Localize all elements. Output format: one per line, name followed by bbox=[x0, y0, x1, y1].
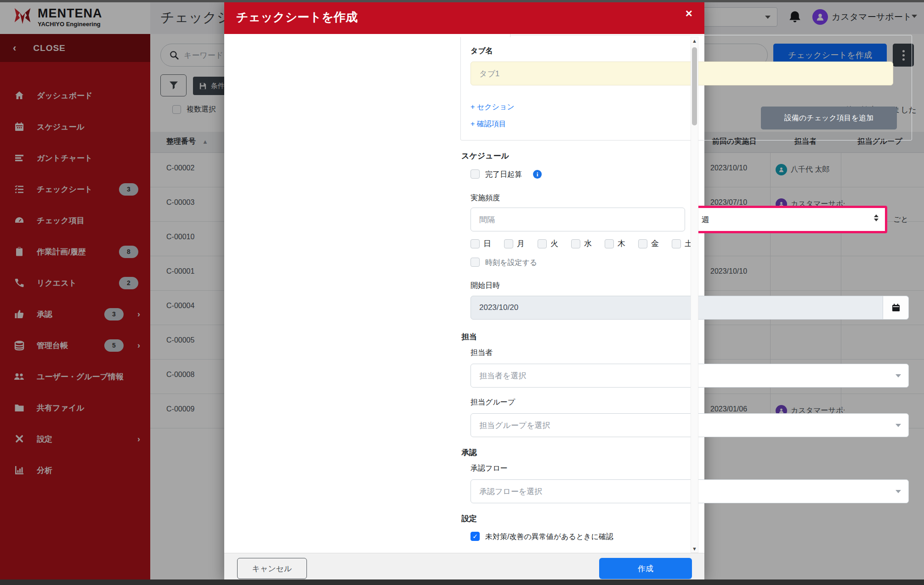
approval-flow-select[interactable]: 承認フローを選択 bbox=[471, 479, 909, 503]
group-select[interactable]: 担当グループを選択 bbox=[471, 413, 909, 437]
weekday-label: 金 bbox=[651, 238, 659, 249]
frequency-unit-select[interactable]: 週 bbox=[692, 206, 887, 233]
weekday-金[interactable]: 金 bbox=[638, 238, 659, 249]
approval-flow-label: 承認フロー bbox=[471, 464, 508, 473]
add-check-item-link[interactable]: + 確認項目 bbox=[471, 119, 506, 129]
tab-name-input[interactable]: タブ1 bbox=[471, 62, 893, 85]
info-icon[interactable]: i bbox=[533, 170, 542, 179]
chevron-down-icon bbox=[896, 490, 901, 493]
weekday-土[interactable]: 土 bbox=[672, 238, 692, 249]
chevron-down-icon bbox=[896, 424, 901, 427]
interval-input[interactable]: 間隔 bbox=[471, 208, 685, 231]
schedule-heading: スケジュール bbox=[461, 151, 509, 161]
frequency-label: 実施頻度 bbox=[471, 193, 500, 203]
modal-header: チェックシートを作成 × bbox=[224, 0, 704, 34]
create-button[interactable]: 作成 bbox=[599, 558, 692, 579]
window-edge-top bbox=[0, 0, 924, 2]
calendar-icon bbox=[891, 303, 901, 312]
weekday-木[interactable]: 木 bbox=[605, 238, 625, 249]
add-section-link[interactable]: + セクション bbox=[471, 102, 515, 112]
assignee-placeholder: 担当者を選択 bbox=[479, 371, 526, 381]
weekday-checkbox[interactable] bbox=[571, 239, 580, 248]
weekday-label: 木 bbox=[618, 238, 625, 249]
weekday-月[interactable]: 月 bbox=[504, 238, 525, 249]
confirm-anomaly-label: 未対策/改善の異常値があるときに確認 bbox=[485, 532, 613, 542]
weekday-label: 月 bbox=[517, 238, 525, 249]
weekday-checkbox[interactable] bbox=[471, 239, 480, 248]
weekday-label: 水 bbox=[584, 238, 592, 249]
weekday-checkbox[interactable] bbox=[638, 239, 647, 248]
assignee-select[interactable]: 担当者を選択 bbox=[471, 364, 909, 388]
weekday-checkbox[interactable] bbox=[672, 239, 681, 248]
chevron-down-icon bbox=[896, 374, 901, 377]
frequency-suffix: ごと bbox=[893, 215, 908, 225]
weekday-日[interactable]: 日 bbox=[471, 238, 491, 249]
weekday-label: 火 bbox=[550, 238, 558, 249]
close-icon[interactable]: × bbox=[686, 6, 692, 21]
set-time-label: 時刻を設定する bbox=[485, 258, 537, 268]
assignee-label: 担当者 bbox=[471, 348, 493, 358]
weekday-checkbox[interactable] bbox=[504, 239, 513, 248]
weekday-label: 日 bbox=[483, 238, 491, 249]
completion-date-checkbox[interactable] bbox=[471, 169, 480, 179]
start-date-input[interactable]: 2023/10/20 bbox=[471, 296, 909, 320]
group-label: 担当グループ bbox=[471, 398, 515, 407]
cancel-button[interactable]: キャンセル bbox=[237, 558, 307, 579]
screen: MENTENA YACHIYO Engineering チェックシート カスタマ… bbox=[0, 0, 924, 585]
tab-name-value: タブ1 bbox=[479, 68, 499, 79]
active-tab-notch bbox=[460, 34, 510, 37]
interval-placeholder: 間隔 bbox=[479, 214, 495, 225]
scroll-up-icon[interactable]: ▲ bbox=[691, 37, 698, 45]
frequency-unit-value: 週 bbox=[702, 214, 709, 225]
set-time-checkbox[interactable] bbox=[471, 258, 480, 267]
create-checksheet-modal: チェックシートを作成 × タブ名 タブ1 + セクション + 確認項目 設備のチ… bbox=[224, 0, 704, 579]
settings-heading: 設定 bbox=[461, 513, 477, 524]
scrollbar-thumb[interactable] bbox=[692, 47, 697, 125]
weekday-火[interactable]: 火 bbox=[538, 238, 558, 249]
window-edge-bottom bbox=[0, 579, 924, 585]
approval-flow-placeholder: 承認フローを選択 bbox=[479, 486, 542, 497]
group-placeholder: 担当グループを選択 bbox=[479, 420, 550, 431]
select-updown-icon bbox=[874, 214, 879, 221]
completion-date-label: 完了日起算 bbox=[485, 170, 522, 180]
weekday-checkbox[interactable] bbox=[605, 239, 614, 248]
calendar-button[interactable] bbox=[883, 296, 908, 319]
start-date-label: 開始日時 bbox=[471, 281, 500, 291]
start-date-value: 2023/10/20 bbox=[479, 303, 518, 312]
approval-heading: 承認 bbox=[461, 447, 477, 458]
scroll-down-icon[interactable]: ▼ bbox=[691, 545, 698, 552]
tab-name-label: タブ名 bbox=[471, 46, 493, 56]
modal-scrollbar[interactable]: ▲ ▼ bbox=[691, 37, 698, 553]
assign-heading: 担当 bbox=[461, 332, 477, 342]
confirm-anomaly-checkbox[interactable]: ✓ bbox=[471, 532, 480, 541]
modal-title: チェックシートを作成 bbox=[236, 9, 357, 25]
add-equipment-check-button[interactable]: 設備のチェック項目を追加 bbox=[761, 107, 897, 129]
weekday-checkboxes: 日月火水木金土 bbox=[471, 238, 692, 249]
modal-footer: キャンセル 作成 bbox=[224, 553, 704, 579]
weekday-checkbox[interactable] bbox=[538, 239, 547, 248]
weekday-水[interactable]: 水 bbox=[571, 238, 592, 249]
